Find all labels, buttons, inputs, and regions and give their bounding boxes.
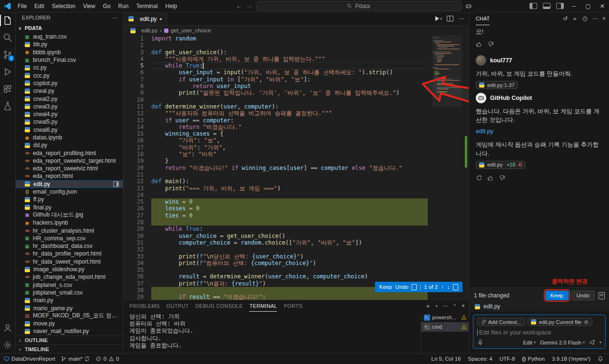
menu-terminal[interactable]: Terminal <box>133 2 161 10</box>
file-item-naver-mail-notifier-py[interactable]: naver_mail_notifier.py <box>15 327 123 335</box>
code-line-18[interactable]: 18 "보": "바위" <box>123 151 428 157</box>
terminal-item-cmd[interactable]: >_cmd <box>421 322 469 332</box>
code-line-33[interactable]: 33 print(f"\n당신의 선택: {user_choice}") <box>123 253 428 260</box>
model-dropdown[interactable]: Gemini 2.0 Flash▾ <box>540 340 585 345</box>
tab-edit-py[interactable]: edit.py ● <box>123 12 167 25</box>
file-item-crwal4-py[interactable]: crwal4.py <box>15 110 123 118</box>
file-item-datas-ipynb[interactable]: datas.ipynb <box>15 134 123 141</box>
code-line-17[interactable]: 17 "바위": "가위", <box>123 144 428 151</box>
code-line-13[interactable]: 13 if user == computer: <box>123 117 428 124</box>
thumbs-up-icon[interactable] <box>476 41 482 48</box>
code-line-6[interactable]: 6 user_input = input("가위, 바위, 보 중 하나를 선택… <box>123 69 428 76</box>
file-item-edit-py[interactable]: edit.py <box>15 180 123 188</box>
code-line-2[interactable]: 2 <box>123 42 428 49</box>
explorer-icon[interactable] <box>0 12 15 29</box>
view-diff-icon[interactable] <box>599 292 605 299</box>
file-item-eda-report-html[interactable]: eda_report.html <box>15 172 123 180</box>
breadcrumb[interactable]: edit.py › get_user_choice <box>123 26 469 35</box>
code-line-3[interactable]: 3def get_user_choice(): <box>123 49 428 56</box>
file-item-crwal2-py[interactable]: crwal2.py <box>15 95 123 102</box>
thumbs-up-icon[interactable] <box>487 175 494 181</box>
code-line-19[interactable]: 19 } <box>123 157 428 164</box>
file-item-bbbb-ipynb[interactable]: bbbb.ipynb <box>15 49 123 56</box>
code-line-11[interactable]: 11def determine_winner(user, computer): <box>123 103 428 110</box>
file-item-crwal5-py[interactable]: crwal5.py <box>15 118 123 126</box>
widget-next-icon[interactable]: ↓ <box>447 284 450 290</box>
code-line-14[interactable]: 14 return "비겼습니다." <box>123 124 428 130</box>
code-line-27[interactable]: 27 ties = 0 <box>123 212 428 219</box>
diff-chip[interactable]: edit.py +18 -0 <box>476 161 525 169</box>
testing-icon[interactable] <box>0 98 15 115</box>
file-item-crwal6-py[interactable]: crwal6.py <box>15 126 123 134</box>
file-item-eda-report-profiling-html[interactable]: eda_report_profiling.html <box>15 149 123 157</box>
toggle-sidebar-icon[interactable] <box>530 3 537 9</box>
file-item-moef-nkod-db-05-v1-2-[interactable]: MOEF_NKOD_DB_05_코드 정의서_v1.2 [배포... <box>15 312 123 320</box>
encoding[interactable]: UTF-8 <box>500 356 515 362</box>
code-line-5[interactable]: 5 while True: <box>123 62 428 69</box>
source-control-icon[interactable]: 2 <box>0 46 15 63</box>
cursor-position[interactable]: Ln 5, Col 16 <box>432 356 461 362</box>
file-item-eda-report-sweetviz-target-html[interactable]: eda_report_sweetviz_target.html <box>15 157 123 165</box>
maximize-button[interactable]: ▢ <box>581 0 595 12</box>
file-item-ff-py[interactable]: ff.py <box>15 196 123 203</box>
thumbs-down-icon[interactable] <box>499 175 505 181</box>
chat-input-box[interactable]: Add Context... edit.py Current file Edit… <box>473 315 606 349</box>
code-line-7[interactable]: 7 if user_input in ["가위", "바위", "보"]: <box>123 76 428 83</box>
file-item-hr-data-sweet-report-html[interactable]: hr_data_sweet_report.html <box>15 258 123 266</box>
menu-view[interactable]: View <box>79 2 98 10</box>
undo-button[interactable]: Undo <box>571 291 595 300</box>
new-chat-icon[interactable]: ＋ <box>572 15 578 23</box>
file-item-bb-py[interactable]: bb.py <box>15 40 123 48</box>
code-line-10[interactable]: 10 <box>123 97 428 103</box>
send-dropdown-icon[interactable]: ▾ <box>599 340 601 344</box>
indentation[interactable]: Spaces: 4 <box>468 356 492 362</box>
file-item-cc-py[interactable]: cc.py <box>15 64 123 71</box>
menu-help[interactable]: Help <box>162 2 181 10</box>
file-item-jobplanet-s-csv[interactable]: jobplanet_s.csv <box>15 281 123 289</box>
remote-indicator[interactable]: DataDrivenReport <box>4 356 55 362</box>
file-link[interactable]: edit.py <box>476 128 493 135</box>
send-icon[interactable] <box>589 339 595 345</box>
code-line-32[interactable]: 32 <box>123 246 428 253</box>
close-button[interactable]: ✕ <box>596 0 609 12</box>
toggle-panel-icon[interactable] <box>543 3 550 9</box>
code-line-8[interactable]: 8 return user_input <box>123 83 428 89</box>
file-item-ccc-py[interactable]: ccc.py <box>15 71 123 79</box>
code-line-39[interactable]: 39 if result == "이겼습니다!": <box>123 294 428 300</box>
outline-section[interactable]: › OUTLINE <box>15 335 123 344</box>
code-line-28[interactable]: 28 <box>123 219 428 226</box>
widget-file-icon[interactable] <box>412 284 417 290</box>
code-line-16[interactable]: 16 "가위": "보", <box>123 137 428 144</box>
code-line-29[interactable]: 29 while True: <box>123 226 428 232</box>
widget-undo-button[interactable]: Undo <box>395 284 409 290</box>
code-line-22[interactable]: 22def main(): <box>123 178 428 185</box>
panel-tab-output[interactable]: OUTPUT <box>167 300 189 312</box>
changed-file-row[interactable]: edit.py <box>474 303 605 310</box>
file-item-github-jpg[interactable]: Github 대시보드.jpg <box>15 211 123 219</box>
search-sidebar-icon[interactable] <box>0 29 15 46</box>
panel-tab-terminal[interactable]: TERMINAL <box>249 300 277 312</box>
code-line-24[interactable]: 24 <box>123 192 428 198</box>
menu-go[interactable]: Go <box>99 2 114 10</box>
chat-history-icon[interactable] <box>582 16 588 22</box>
run-debug-icon[interactable] <box>0 63 15 80</box>
chat-undo-icon[interactable]: ↺ <box>563 15 568 22</box>
panel-close-icon[interactable]: × <box>462 303 465 309</box>
file-item-mario-game-py[interactable]: mario_game.py <box>15 304 123 312</box>
chat-close-icon[interactable]: × <box>602 15 606 22</box>
code-line-30[interactable]: 30 user_choice = get_user_choice() <box>123 233 428 239</box>
mic-icon[interactable] <box>477 339 483 345</box>
code-line-34[interactable]: 34 print(f"컴퓨터의 선택: {computer_choice}") <box>123 260 428 266</box>
widget-keep-button[interactable]: Keep <box>379 284 392 290</box>
settings-gear-icon[interactable] <box>0 336 15 354</box>
file-item-crwal3-py[interactable]: crwal3.py <box>15 103 123 110</box>
command-center-search[interactable]: Pdata <box>256 1 462 11</box>
context-chip[interactable]: edit.py:1-37 <box>476 81 518 89</box>
thumbs-down-icon[interactable] <box>487 41 494 48</box>
code-line-25[interactable]: 25 wins = 0 <box>123 198 428 205</box>
terminal-dropdown-icon[interactable]: ▾ <box>436 304 438 308</box>
file-item-email-config-json[interactable]: email_config.json <box>15 188 123 196</box>
chat-messages[interactable]: 요! koul777 가위, 바위, 보 게임 코드를 만들어줘. edit.p… <box>469 25 609 277</box>
menu-file[interactable]: File <box>14 2 30 10</box>
mode-dropdown[interactable]: Edit▾ <box>523 340 536 345</box>
